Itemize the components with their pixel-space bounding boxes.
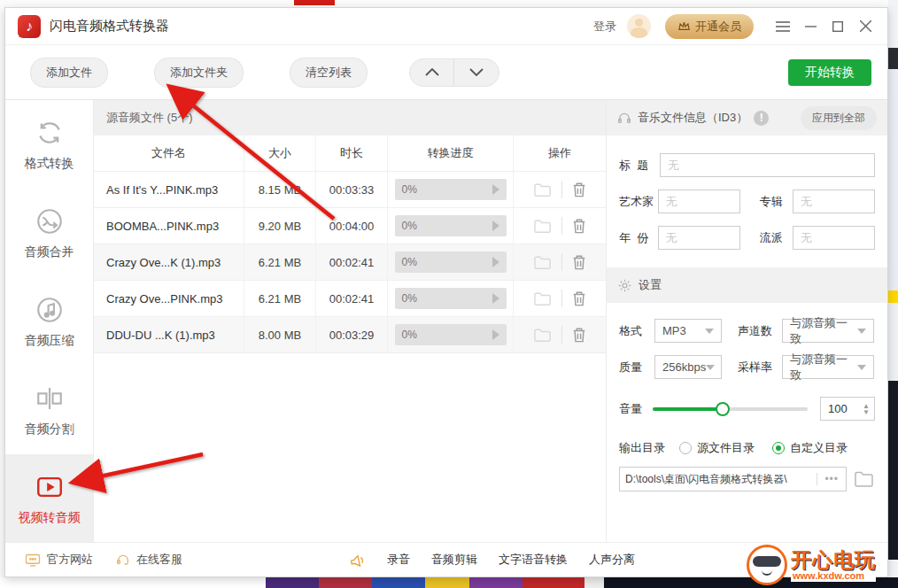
delete-icon[interactable] bbox=[571, 290, 587, 307]
maximize-button[interactable] bbox=[828, 17, 848, 36]
table-body: As If It's Y...PINK.mp3 8.15 MB 00:03:33… bbox=[94, 172, 606, 353]
footer-link-vocal-split[interactable]: 人声分离 bbox=[589, 552, 635, 568]
channels-value: 与源音频一致 bbox=[790, 315, 857, 347]
delete-icon[interactable] bbox=[571, 217, 587, 235]
apply-all-button[interactable]: 应用到全部 bbox=[801, 106, 877, 130]
progress-value: 0% bbox=[402, 256, 417, 268]
volume-spinbox[interactable]: ▲▼ bbox=[820, 397, 875, 421]
add-file-button[interactable]: 添加文件 bbox=[30, 58, 108, 88]
output-path-box: ••• bbox=[619, 467, 847, 491]
radio-icon bbox=[679, 442, 692, 454]
footer-link-tts[interactable]: 文字语音转换 bbox=[499, 552, 568, 568]
play-icon[interactable] bbox=[492, 257, 499, 267]
close-button[interactable] bbox=[855, 17, 875, 36]
move-up-button[interactable] bbox=[410, 59, 454, 86]
samplerate-value: 与源音频一致 bbox=[790, 352, 857, 383]
volume-slider-thumb[interactable] bbox=[716, 402, 730, 416]
table-row[interactable]: Crazy Ove...K (1).mp3 6.21 MB 00:02:41 0… bbox=[94, 244, 606, 281]
kxdw-name: 开心电玩 bbox=[791, 549, 876, 570]
delete-icon[interactable] bbox=[571, 253, 587, 271]
background-red-element bbox=[294, 0, 335, 5]
cell-progress: 0% bbox=[388, 317, 514, 352]
online-support-link[interactable]: 在线客服 bbox=[116, 552, 182, 568]
samplerate-select[interactable]: 与源音频一致 bbox=[782, 355, 874, 379]
footer-link-audio-edit[interactable]: 音频剪辑 bbox=[431, 552, 477, 568]
play-icon[interactable] bbox=[492, 220, 499, 231]
genre-field[interactable] bbox=[793, 226, 875, 250]
sidebar-item-format-convert[interactable]: 格式转换 bbox=[5, 100, 93, 189]
megaphone-icon bbox=[347, 551, 367, 569]
sidebar-item-audio-compress[interactable]: 音频压缩 bbox=[5, 277, 93, 366]
table-row[interactable]: As If It's Y...PINK.mp3 8.15 MB 00:03:33… bbox=[94, 172, 606, 208]
divider bbox=[561, 217, 562, 235]
login-link[interactable]: 登录 bbox=[593, 19, 616, 35]
app-logo-icon: ♪ bbox=[18, 15, 41, 38]
sidebar-item-audio-merge[interactable]: 音频合并 bbox=[5, 189, 93, 277]
settings-title: 设置 bbox=[639, 277, 662, 293]
progress-bar: 0% bbox=[395, 251, 507, 273]
open-folder-icon[interactable] bbox=[533, 218, 553, 235]
progress-bar: 0% bbox=[395, 215, 507, 236]
open-folder-icon[interactable] bbox=[533, 182, 553, 198]
id3-title: 音乐文件信息（ID3） bbox=[638, 110, 747, 126]
start-convert-button[interactable]: 开始转换 bbox=[788, 59, 871, 86]
play-icon[interactable] bbox=[492, 293, 499, 304]
divider bbox=[561, 290, 562, 307]
info-icon[interactable]: ! bbox=[754, 111, 769, 126]
cell-filename: BOOMBA...PINK.mp3 bbox=[94, 208, 244, 244]
kxdw-url: www.kxdw.com bbox=[791, 570, 876, 582]
open-folder-icon[interactable] bbox=[533, 290, 553, 307]
play-icon[interactable] bbox=[492, 329, 499, 340]
quality-select[interactable]: 256kbps bbox=[654, 355, 722, 379]
album-field-label: 专辑 bbox=[760, 194, 787, 210]
album-field[interactable] bbox=[793, 190, 875, 213]
menu-icon[interactable] bbox=[773, 17, 793, 36]
chevron-down-icon bbox=[857, 329, 866, 334]
artist-field[interactable] bbox=[658, 190, 740, 213]
sidebar-item-video-to-audio[interactable]: 视频转音频 bbox=[5, 454, 93, 543]
title-field[interactable] bbox=[660, 153, 875, 177]
delete-icon[interactable] bbox=[571, 181, 587, 198]
minimize-button[interactable] bbox=[801, 17, 820, 36]
video-to-audio-icon bbox=[35, 472, 65, 502]
volume-label: 音量 bbox=[619, 401, 642, 417]
footer-link-record[interactable]: 录音 bbox=[387, 552, 410, 568]
delete-icon[interactable] bbox=[571, 326, 587, 344]
table-row[interactable]: Crazy Ove...PINK.mp3 6.21 MB 00:02:41 0% bbox=[94, 281, 606, 317]
table-header-row: 文件名 大小 时长 转换进度 操作 bbox=[94, 135, 606, 172]
sidebar-item-label: 格式转换 bbox=[25, 156, 74, 172]
play-icon[interactable] bbox=[492, 184, 499, 195]
open-folder-icon[interactable] bbox=[533, 327, 553, 344]
output-path-input[interactable] bbox=[620, 473, 817, 485]
volume-slider[interactable] bbox=[653, 407, 808, 411]
clear-list-button[interactable]: 清空列表 bbox=[290, 58, 368, 88]
radio-custom-label: 自定义目录 bbox=[790, 440, 848, 456]
table-row[interactable]: DDU-DU ...K (1).mp3 8.00 MB 00:03:29 0% bbox=[94, 317, 606, 353]
channels-select[interactable]: 与源音频一致 bbox=[782, 319, 874, 343]
move-down-button[interactable] bbox=[454, 59, 499, 86]
vip-label: 开通会员 bbox=[695, 19, 741, 35]
cell-progress: 0% bbox=[388, 281, 514, 316]
browse-dots-button[interactable]: ••• bbox=[817, 473, 846, 485]
open-folder-button[interactable] bbox=[854, 469, 875, 489]
convert-icon bbox=[35, 118, 65, 148]
headphone-icon bbox=[617, 111, 631, 125]
format-select[interactable]: MP3 bbox=[654, 319, 722, 343]
split-icon bbox=[35, 383, 65, 414]
radio-custom-dir[interactable]: 自定义目录 bbox=[772, 440, 848, 456]
year-field[interactable] bbox=[658, 226, 740, 250]
progress-value: 0% bbox=[402, 329, 417, 341]
spinner-arrows-icon[interactable]: ▲▼ bbox=[863, 403, 874, 415]
sidebar-item-label: 音频合并 bbox=[25, 244, 74, 260]
radio-source-dir[interactable]: 源文件目录 bbox=[679, 440, 755, 456]
avatar[interactable] bbox=[627, 14, 651, 38]
sidebar-item-audio-split[interactable]: 音频分割 bbox=[5, 366, 93, 454]
vip-button[interactable]: 开通会员 bbox=[665, 14, 754, 39]
open-folder-icon[interactable] bbox=[533, 254, 553, 271]
official-site-link[interactable]: 官方网站 bbox=[25, 552, 93, 568]
table-row[interactable]: BOOMBA...PINK.mp3 9.20 MB 00:04:00 0% bbox=[94, 208, 606, 244]
progress-bar: 0% bbox=[395, 288, 507, 309]
add-folder-button[interactable]: 添加文件夹 bbox=[154, 58, 244, 88]
volume-input[interactable] bbox=[821, 402, 855, 415]
kxdw-mascot-icon bbox=[747, 545, 787, 585]
